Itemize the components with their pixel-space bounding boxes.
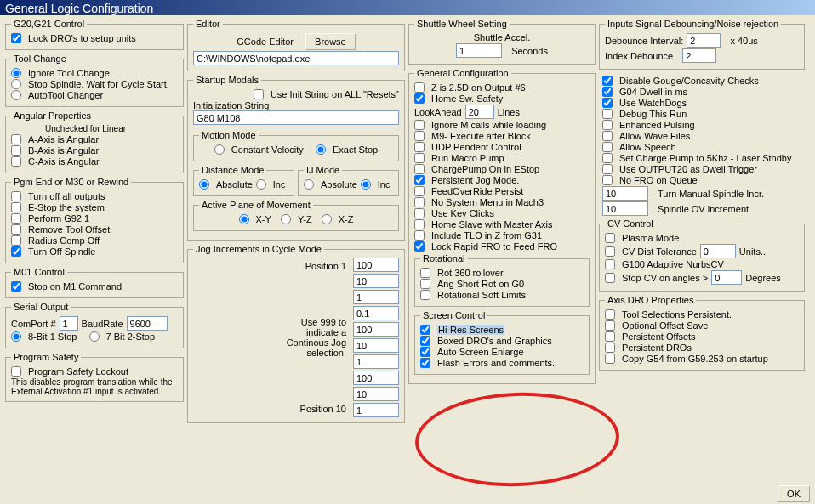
g100-checkbox[interactable] (605, 259, 615, 269)
b-axis-checkbox[interactable] (11, 145, 21, 156)
pgmend-group: Pgm End or M30 or Rewind Turn off all ou… (5, 177, 184, 263)
lock-dros-checkbox[interactable] (11, 33, 21, 43)
radius-comp-checkbox[interactable] (11, 235, 21, 246)
pjog-checkbox[interactable] (414, 175, 425, 185)
g921-checkbox[interactable] (11, 213, 21, 224)
init-string-input[interactable] (193, 110, 399, 125)
debounce-interval-input[interactable] (687, 33, 721, 48)
shuttle-accel-input[interactable] (456, 43, 502, 58)
jog-pos10-label: Position 10 (193, 404, 346, 414)
cv-radio[interactable] (214, 144, 225, 155)
lockout-checkbox[interactable] (11, 366, 21, 377)
ok-button[interactable]: OK (778, 485, 810, 502)
watchdogs-checkbox[interactable] (602, 98, 613, 108)
chargepump-checkbox[interactable] (414, 164, 425, 174)
udp-checkbox[interactable] (414, 142, 425, 152)
jog-input-7[interactable] (353, 371, 399, 385)
jog-input-2[interactable] (353, 290, 399, 304)
boxed-label: Boxed DRO's and Graphics (437, 336, 552, 346)
hires-checkbox[interactable] (420, 325, 430, 335)
ij-abs-radio[interactable] (304, 179, 314, 190)
flash-checkbox[interactable] (420, 358, 430, 368)
autotool-radio[interactable] (11, 90, 21, 100)
stopcv-checkbox[interactable] (605, 273, 615, 283)
spindle-ov-input[interactable] (602, 201, 648, 216)
tlo-checkbox[interactable] (414, 230, 425, 241)
homesw-checkbox[interactable] (414, 93, 425, 104)
z25d-checkbox[interactable] (414, 82, 425, 93)
g20g21-legend: G20,G21 Control (11, 19, 87, 29)
ignore-m-checkbox[interactable] (414, 120, 425, 130)
dist-abs-radio[interactable] (199, 179, 209, 190)
plasma-label: Plasma Mode (622, 233, 679, 243)
jog-input-5[interactable] (353, 338, 399, 353)
lockrapid-checkbox[interactable] (414, 241, 425, 252)
serial-7bit-radio[interactable] (89, 331, 100, 342)
es-radio[interactable] (316, 144, 326, 155)
nofro-checkbox[interactable] (602, 175, 613, 185)
m9-checkbox[interactable] (414, 131, 425, 141)
baud-input[interactable] (127, 316, 168, 331)
plasma-checkbox[interactable] (605, 233, 615, 243)
jog-input-3[interactable] (353, 306, 399, 320)
jog-input-1[interactable] (353, 274, 399, 288)
rotsoft-checkbox[interactable] (420, 290, 430, 300)
jog-legend: Jog Increments in Cycle Mode (193, 244, 324, 254)
jog-input-4[interactable] (353, 322, 399, 337)
speech-checkbox[interactable] (602, 142, 613, 152)
serial-8bit-radio[interactable] (11, 331, 21, 342)
g04-checkbox[interactable] (602, 87, 613, 97)
jog-input-6[interactable] (353, 354, 399, 369)
stopcv-input[interactable] (711, 270, 742, 285)
lookahead-input[interactable] (465, 105, 494, 119)
man-spindle-input[interactable] (602, 186, 648, 201)
angshort-checkbox[interactable] (420, 279, 430, 289)
stop-spindle-radio[interactable] (11, 79, 21, 89)
plane-yz-radio[interactable] (281, 214, 291, 224)
runmacro-checkbox[interactable] (414, 153, 425, 163)
jog-input-9[interactable] (353, 403, 399, 417)
use-init-checkbox[interactable] (254, 89, 264, 99)
comport-input[interactable] (60, 316, 78, 331)
remove-offset-checkbox[interactable] (11, 224, 21, 235)
poffsets-checkbox[interactable] (605, 331, 615, 342)
disable-gouge-checkbox[interactable] (602, 76, 613, 86)
stop-m1-checkbox[interactable] (11, 281, 21, 292)
c-axis-checkbox[interactable] (11, 156, 21, 167)
offsetsave-checkbox[interactable] (605, 320, 615, 331)
turnoff-spindle-checkbox[interactable] (11, 246, 21, 257)
fovr-checkbox[interactable] (414, 186, 425, 196)
startup-group: Startup Modals Use Init String on ALL "R… (187, 75, 405, 241)
cv-tol-checkbox[interactable] (605, 246, 615, 257)
editor-path-input[interactable] (193, 51, 399, 65)
keyclicks-checkbox[interactable] (414, 208, 425, 218)
axis-dro-group: Axis DRO Properties Tool Selections Pers… (599, 295, 805, 371)
cv-tol-input[interactable] (700, 244, 736, 258)
charge5k-checkbox[interactable] (602, 153, 613, 163)
ij-inc-radio[interactable] (361, 179, 371, 190)
boxed-checkbox[interactable] (420, 336, 430, 346)
jog-group: Jog Increments in Cycle Mode Position 1 … (187, 244, 405, 423)
a-axis-checkbox[interactable] (11, 134, 21, 144)
jog-input-0[interactable] (353, 258, 399, 272)
rot360-checkbox[interactable] (420, 268, 430, 278)
browse-button[interactable]: Browse (305, 33, 356, 50)
pulsing-checkbox[interactable] (602, 120, 613, 130)
wave-checkbox[interactable] (602, 131, 613, 141)
pdros-checkbox[interactable] (605, 343, 615, 353)
plane-xz-radio[interactable] (322, 214, 332, 224)
plane-xy-radio[interactable] (239, 214, 249, 224)
homeslave-checkbox[interactable] (414, 219, 425, 229)
output20-checkbox[interactable] (602, 164, 613, 174)
index-debounce-input[interactable] (682, 48, 716, 63)
copyg54-checkbox[interactable] (605, 354, 615, 364)
dist-inc-radio[interactable] (256, 179, 266, 190)
jog-input-8[interactable] (353, 387, 399, 401)
turnoff-outputs-checkbox[interactable] (11, 191, 21, 201)
nosys-checkbox[interactable] (414, 197, 425, 207)
autoenlarge-checkbox[interactable] (420, 347, 430, 357)
toolsel-checkbox[interactable] (605, 309, 615, 320)
estop-checkbox[interactable] (11, 202, 21, 212)
ignore-toolchange-radio[interactable] (11, 68, 21, 78)
debug-checkbox[interactable] (602, 109, 613, 119)
